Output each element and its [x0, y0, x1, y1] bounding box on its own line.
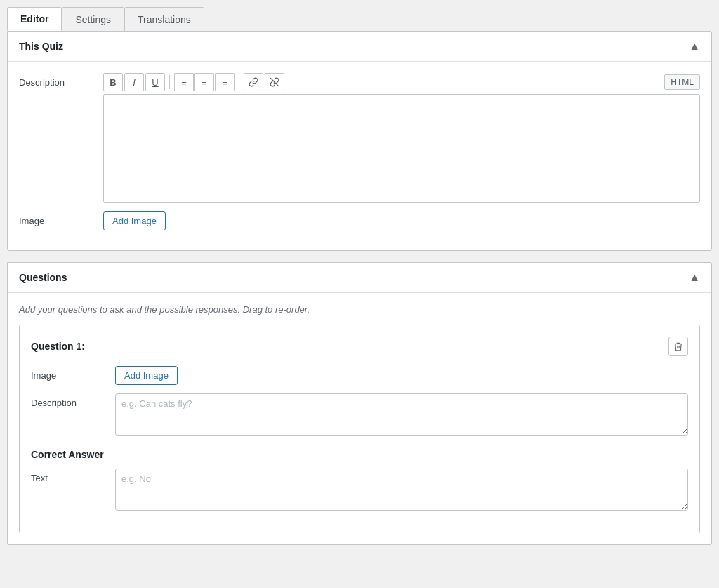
- this-quiz-header: This Quiz ▲: [8, 32, 711, 62]
- tab-editor[interactable]: Editor: [7, 7, 62, 31]
- question-1-delete-button[interactable]: [668, 337, 688, 356]
- question-1-description-label: Description: [31, 393, 115, 408]
- toolbar-separator-1: [169, 75, 170, 89]
- questions-title: Questions: [19, 272, 67, 283]
- align-group: ≡ ≡ ≡: [174, 73, 235, 91]
- image-row: Image Add Image: [19, 211, 700, 230]
- bold-button[interactable]: B: [103, 73, 123, 91]
- correct-answer-text-label: Text: [31, 469, 115, 483]
- tab-bar: Editor Settings Translations: [7, 7, 712, 31]
- questions-hint: Add your questions to ask and the possib…: [19, 304, 700, 315]
- question-1-description-input[interactable]: [115, 393, 688, 436]
- question-1-description-field: [115, 393, 688, 438]
- link-button[interactable]: [244, 73, 263, 91]
- this-quiz-panel: This Quiz ▲ Description B I U ≡ ≡ ≡: [7, 31, 712, 251]
- add-image-button[interactable]: Add Image: [103, 211, 166, 230]
- description-editor[interactable]: [103, 94, 700, 203]
- question-1-image-row: Image Add Image: [31, 366, 688, 385]
- description-row: Description B I U ≡ ≡ ≡: [19, 73, 700, 203]
- this-quiz-title: This Quiz: [19, 41, 63, 52]
- image-field: Add Image: [103, 211, 700, 230]
- tab-settings[interactable]: Settings: [62, 7, 124, 31]
- this-quiz-body: Description B I U ≡ ≡ ≡: [8, 62, 711, 250]
- unlink-button[interactable]: [265, 73, 284, 91]
- correct-answer-title: Correct Answer: [31, 449, 688, 460]
- question-1-description-row: Description: [31, 393, 688, 438]
- question-1-add-image-button[interactable]: Add Image: [115, 366, 178, 385]
- correct-answer-text-row: Text: [31, 469, 688, 513]
- questions-body: Add your questions to ask and the possib…: [8, 293, 711, 544]
- question-1-header: Question 1:: [31, 337, 688, 356]
- align-left-button[interactable]: ≡: [174, 73, 194, 91]
- questions-panel: Questions ▲ Add your questions to ask an…: [7, 262, 712, 545]
- align-center-button[interactable]: ≡: [194, 73, 214, 91]
- underline-button[interactable]: U: [145, 73, 165, 91]
- this-quiz-collapse-icon[interactable]: ▲: [689, 40, 700, 53]
- questions-header: Questions ▲: [8, 263, 711, 293]
- align-right-button[interactable]: ≡: [215, 73, 235, 91]
- description-label: Description: [19, 73, 103, 88]
- html-button[interactable]: HTML: [664, 74, 700, 90]
- editor-toolbar: B I U ≡ ≡ ≡: [103, 73, 700, 91]
- italic-button[interactable]: I: [124, 73, 144, 91]
- question-1-image-field: Add Image: [115, 366, 688, 385]
- toolbar-separator-2: [239, 75, 239, 89]
- correct-answer-text-input[interactable]: [115, 469, 688, 511]
- question-1-image-label: Image: [31, 366, 115, 381]
- question-card-1: Question 1: Image Add Image: [19, 325, 700, 533]
- correct-answer-text-field: [115, 469, 688, 513]
- description-field: B I U ≡ ≡ ≡: [103, 73, 700, 203]
- tab-translations[interactable]: Translations: [124, 7, 204, 31]
- question-1-title: Question 1:: [31, 341, 85, 352]
- image-label: Image: [19, 211, 103, 226]
- questions-collapse-icon[interactable]: ▲: [689, 271, 700, 284]
